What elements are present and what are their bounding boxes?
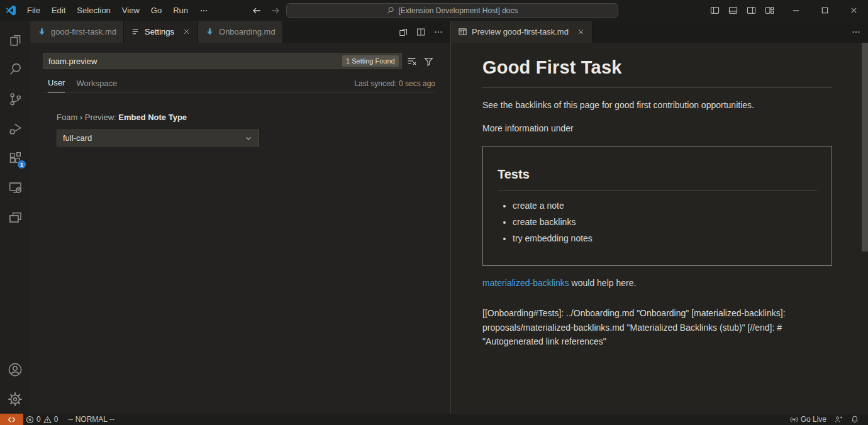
embedded-note-card: Tests create a note create backlinks try… [482,146,832,266]
menu-more-icon[interactable] [194,4,214,18]
settings-editor: 1 Setting Found User Workspace Last sync… [30,43,450,146]
settings-gear-icon[interactable] [0,384,30,414]
run-debug-icon[interactable] [0,113,30,143]
accounts-icon[interactable] [0,355,30,384]
search-icon [386,6,394,14]
settings-search-box: 1 Setting Found [43,53,402,69]
feedback-icon[interactable] [830,414,847,425]
go-live-button[interactable]: Go Live [786,414,830,425]
extensions-badge: 1 [17,160,26,169]
close-tab-icon[interactable] [577,28,585,36]
tab-preview-good-first-task[interactable]: Preview good-first-task.md [451,21,593,43]
remote-explorer-icon[interactable] [0,172,30,202]
menu-view[interactable]: View [116,3,145,18]
vim-mode-indicator[interactable]: -- NORMAL -- [64,414,118,425]
customize-layout-icon[interactable] [760,0,779,21]
more-actions-icon[interactable] [848,24,864,40]
toggle-secondary-sidebar-icon[interactable] [742,0,760,21]
minimize-button[interactable] [781,0,810,21]
scope-tab-user[interactable]: User [48,78,65,92]
markdown-file-icon [205,27,214,36]
tab-settings[interactable]: Settings [124,21,198,43]
warning-count: 0 [54,415,58,424]
embedded-note-list: create a note create backlinks try embed… [498,199,817,245]
list-item: try embedding notes [513,232,817,245]
close-tab-icon[interactable] [182,28,191,36]
explorer-icon[interactable] [0,25,30,54]
materialized-backlinks-link[interactable]: materialized-backlinks [482,278,569,288]
go-forward-icon[interactable] [270,6,281,16]
dropdown-value: full-card [63,133,92,143]
preview-paragraph: See the backlinks of this page for good … [482,99,832,111]
activity-bar: 1 [0,21,30,414]
command-center-label: [Extension Development Host] docs [398,6,518,15]
titlebar: File Edit Selection View Go Run [Extensi… [0,0,868,21]
menubar: File Edit Selection View Go Run [21,3,214,18]
source-control-icon[interactable] [0,84,30,113]
toggle-primary-sidebar-icon[interactable] [706,0,724,21]
open-preview-icon [458,27,467,36]
more-actions-icon[interactable] [430,24,447,40]
last-synced-label: Last synced: 0 secs ago [354,79,435,92]
settings-search-input[interactable] [43,57,342,66]
list-item: create a note [513,199,817,212]
status-bar: 0 0 -- NORMAL -- Go Live [0,414,868,425]
list-item: create backlinks [513,216,817,228]
warning-icon [43,416,52,424]
preview-paragraph: More information under [482,122,832,135]
setting-title: Foam › Preview: Embed Note Type [57,113,435,122]
tabbar-left: good-first-task.md Settings Onboarding.m… [30,21,450,43]
setting-name: Embed Note Type [118,113,187,122]
problems-indicator[interactable]: 0 0 [26,415,58,424]
link-references-text: [[Onboarding#Tests]: ../Onboarding.md "O… [482,306,832,349]
tab-label: good-first-task.md [51,27,116,36]
preview-title: Good First Task [482,54,832,88]
filter-settings-icon[interactable] [421,54,435,68]
open-changes-icon[interactable] [395,24,411,40]
editor-group-right: Preview good-first-task.md Good First Ta… [451,21,868,414]
menu-edit[interactable]: Edit [46,3,71,18]
search-view-icon[interactable] [0,54,30,84]
embedded-note-title: Tests [498,165,817,190]
embed-note-type-dropdown[interactable]: full-card [57,130,259,146]
setting-item-embed-note-type: Foam › Preview: Embed Note Type full-car… [57,113,435,146]
chevron-down-icon [244,134,253,143]
broadcast-icon [790,416,798,424]
error-icon [26,416,34,424]
tab-label: Preview good-first-task.md [472,27,569,36]
vscode-logo-icon [0,5,21,16]
remote-indicator[interactable] [0,414,23,425]
markdown-preview: Good First Task See the backlinks of thi… [451,43,868,349]
settings-editor-icon [131,27,140,36]
settings-scope-tabs: User Workspace Last synced: 0 secs ago [43,77,435,93]
tab-label: Onboarding.md [219,27,275,36]
toggle-panel-icon[interactable] [724,0,742,21]
link-suffix-text: would help here. [569,278,637,288]
editor-group-left: good-first-task.md Settings Onboarding.m… [30,21,450,414]
command-center-search[interactable]: [Extension Development Host] docs [286,3,618,18]
menu-selection[interactable]: Selection [71,3,116,18]
preview-paragraph: materialized-backlinks would help here. [482,277,832,289]
tab-label: Settings [145,27,174,36]
split-editor-icon[interactable] [413,24,429,40]
tabbar-right: Preview good-first-task.md [451,21,868,43]
close-window-button[interactable] [839,0,868,21]
tab-good-first-task[interactable]: good-first-task.md [30,21,124,43]
maximize-button[interactable] [810,0,839,21]
windows-panels-icon[interactable] [0,202,30,231]
menu-file[interactable]: File [21,3,46,18]
error-count: 0 [36,415,41,424]
settings-found-badge: 1 Setting Found [342,55,399,67]
menu-go[interactable]: Go [145,3,167,18]
markdown-file-icon [37,27,47,36]
clear-search-results-icon[interactable] [405,54,419,68]
tab-onboarding[interactable]: Onboarding.md [198,21,283,43]
menu-run[interactable]: Run [167,3,194,18]
notifications-bell-icon[interactable] [847,414,863,425]
go-live-label: Go Live [801,415,826,424]
go-back-icon[interactable] [252,6,262,16]
extensions-icon[interactable]: 1 [0,143,30,172]
preview-scrollbar[interactable] [862,43,868,251]
scope-tab-workspace[interactable]: Workspace [76,79,117,92]
vim-mode-text: -- NORMAL -- [68,415,114,424]
